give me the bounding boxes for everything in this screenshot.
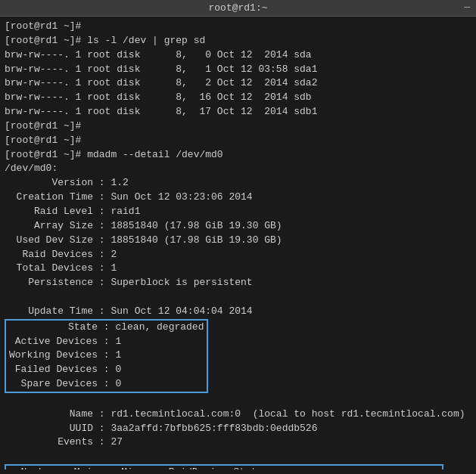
terminal-line: brw-rw----. 1 root disk 8, 1 Oct 12 03:5… [5, 63, 471, 77]
terminal-line: brw-rw----. 1 root disk 8, 2 Oct 12 2014… [5, 76, 471, 91]
terminal-line: [root@rd1 ~]# mdadm --detail /dev/md0 [5, 148, 471, 163]
terminal-line: Number Major Minor RaidDevice State [9, 466, 439, 469]
terminal-line: Raid Level : raid1 [5, 205, 471, 219]
terminal-line: Failed Devices : 0 [9, 363, 204, 377]
terminal-line: /dev/md0: [5, 162, 471, 176]
terminal-line [5, 290, 471, 305]
terminal: [root@rd1 ~]# [root@rd1 ~]# ls -l /dev |… [0, 17, 476, 469]
terminal-line: Raid Devices : 2 [5, 248, 471, 262]
terminal-line: Total Devices : 1 [5, 262, 471, 276]
terminal-line: Events : 27 [5, 435, 471, 450]
terminal-line: State : clean, degraded [9, 321, 204, 335]
terminal-line: brw-rw----. 1 root disk 8, 0 Oct 12 2014… [5, 48, 471, 63]
terminal-line: brw-rw----. 1 root disk 8, 17 Oct 12 201… [5, 105, 471, 119]
terminal-line: UUID : 3aa2affd:7bfbb625:fff83bdb:0eddb5… [5, 422, 471, 436]
title-bar: root@rd1:~ — [0, 0, 476, 17]
terminal-line: [root@rd1 ~]# [5, 134, 471, 148]
terminal-line: Used Dev Size : 18851840 (17.98 GiB 19.3… [5, 234, 471, 248]
terminal-line: Name : rd1.tecmintlocal.com:0 (local to … [5, 407, 471, 422]
terminal-line: Persistence : Superblock is persistent [5, 276, 471, 290]
terminal-line: [root@rd1 ~]# [5, 20, 471, 34]
terminal-line: Array Size : 18851840 (17.98 GiB 19.30 G… [5, 219, 471, 234]
terminal-line: Update Time : Sun Oct 12 04:04:04 2014 [5, 305, 471, 319]
terminal-line: [root@rd1 ~]# ls -l /dev | grep sd [5, 34, 471, 48]
terminal-line: Creation Time : Sun Oct 12 03:23:06 2014 [5, 191, 471, 205]
terminal-line: Working Devices : 1 [9, 349, 204, 363]
terminal-line [5, 393, 471, 407]
terminal-line: Version : 1.2 [5, 176, 471, 191]
terminal-line: brw-rw----. 1 root disk 8, 16 Oct 12 201… [5, 91, 471, 105]
window-title: root@rd1:~ [208, 2, 267, 14]
terminal-line: [root@rd1 ~]# [5, 119, 471, 134]
terminal-line: Spare Devices : 0 [9, 377, 204, 392]
terminal-line [5, 450, 471, 464]
terminal-line: Active Devices : 1 [9, 335, 204, 349]
close-button[interactable]: — [464, 2, 470, 13]
